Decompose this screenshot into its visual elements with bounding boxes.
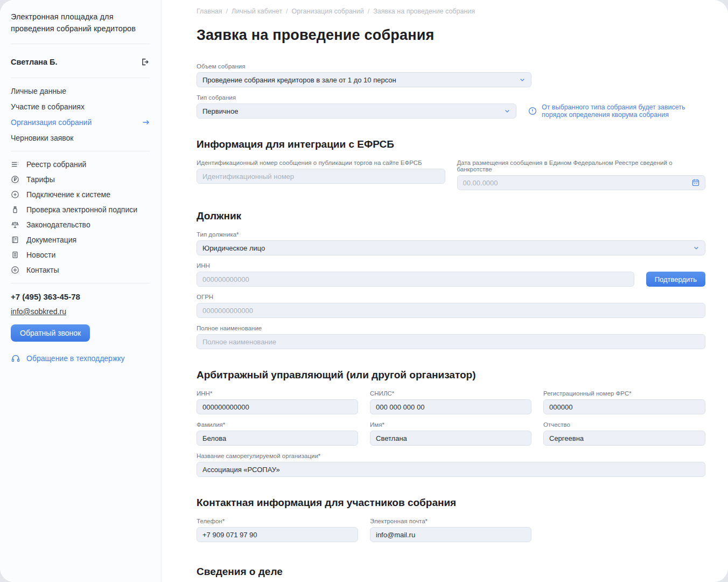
manager-row-2: Фамилия* Имя* Отчество <box>197 421 705 446</box>
manager-frs-group: Регистрационный номер ФРС* <box>543 390 705 414</box>
debtor-fullname-label: Полное наименование <box>197 325 705 331</box>
efrsb-row: Идентификационный номер сообщения о публ… <box>197 160 705 190</box>
sidebar-item-personal-data[interactable]: Личные данные <box>11 87 150 95</box>
manager-middlename-input[interactable] <box>543 431 705 446</box>
divider <box>11 283 150 283</box>
section-contacts-heading: Контактная информация для участников соб… <box>197 497 705 509</box>
support-email-link[interactable]: info@sobkred.ru <box>11 307 66 316</box>
app-card: Электронная площадка для проведения собр… <box>0 0 728 582</box>
callback-button[interactable]: Обратный звонок <box>11 324 90 342</box>
contact-phone-input[interactable] <box>197 527 358 542</box>
chevron-down-icon <box>693 245 699 251</box>
debtor-ogrn-input[interactable] <box>197 303 705 318</box>
sidebar-item-tariffs[interactable]: Тарифы <box>11 175 150 184</box>
contact-phone-group: Телефон* <box>197 518 358 542</box>
manager-sro-input[interactable] <box>197 462 705 477</box>
sidebar-item-drafts[interactable]: Черновики заявок <box>11 134 150 142</box>
sidebar-item-contacts[interactable]: Контакты <box>11 266 150 274</box>
sidebar-item-law[interactable]: Законодательство <box>11 220 150 229</box>
manager-lastname-group: Фамилия* <box>197 421 358 446</box>
debtor-type-select[interactable]: Юридическое лицо <box>197 240 705 255</box>
manager-firstname-input[interactable] <box>370 431 531 446</box>
manager-firstname-label: Имя* <box>370 421 531 428</box>
calendar-icon[interactable] <box>691 178 700 187</box>
main-content: Главная Личный кабинет Организация собра… <box>162 0 728 582</box>
debtor-fullname-group: Полное наименование <box>197 325 705 349</box>
meeting-type-group: Тип собрания Первичное От выбранного тип… <box>197 94 705 119</box>
chevron-down-icon <box>504 108 510 114</box>
divider <box>11 78 150 78</box>
contact-email-group: Электронная почта* <box>370 518 531 542</box>
contacts-icon <box>11 266 19 274</box>
chevron-down-icon <box>519 77 526 83</box>
meeting-type-label: Тип собрания <box>197 94 705 101</box>
manager-snils-label: СНИЛС* <box>370 390 531 397</box>
debtor-type-label: Тип должника* <box>197 231 705 238</box>
logout-button[interactable] <box>138 56 150 68</box>
manager-firstname-group: Имя* <box>370 421 531 446</box>
efrsb-date-group: Дата размещения сообщения в Едином Федер… <box>457 160 706 190</box>
meeting-type-select[interactable]: Первичное <box>197 103 516 119</box>
efrsb-id-input[interactable] <box>197 169 445 184</box>
section-case-heading: Сведения о деле <box>197 566 705 578</box>
efrsb-id-group: Идентификационный номер сообщения о публ… <box>197 160 445 190</box>
manager-lastname-label: Фамилия* <box>197 421 358 428</box>
manager-snils-group: СНИЛС* <box>370 390 531 414</box>
efrsb-date-input[interactable] <box>457 175 706 190</box>
user-row: Светлана Б. <box>11 53 150 69</box>
support-link[interactable]: Обращение в техподдержку <box>11 354 150 363</box>
support-phone: +7 (495) 363-45-78 <box>11 292 150 301</box>
manager-middlename-label: Отчество <box>543 421 705 428</box>
arrow-right-icon <box>142 118 150 127</box>
breadcrumb-cabinet[interactable]: Личный кабинет <box>232 8 288 15</box>
registry-icon <box>11 160 19 169</box>
debtor-inn-input[interactable] <box>197 272 634 287</box>
logout-icon <box>139 57 149 67</box>
manager-middlename-group: Отчество <box>543 421 705 446</box>
manager-lastname-input[interactable] <box>197 431 358 446</box>
debtor-fullname-input[interactable] <box>197 334 705 349</box>
section-efrsb-heading: Информация для интеграции с ЕФРСБ <box>197 138 705 150</box>
breadcrumb-current: Заявка на проведение собрания <box>373 8 475 15</box>
debtor-type-group: Тип должника* Юридическое лицо <box>197 231 705 255</box>
contact-email-input[interactable] <box>370 527 531 542</box>
meeting-volume-label: Объем собрания <box>197 63 705 70</box>
meeting-volume-select[interactable]: Проведение собрания кредиторов в зале от… <box>197 72 531 87</box>
meeting-type-hint: От выбранного типа собрания будет зависе… <box>528 103 705 119</box>
user-name: Светлана Б. <box>11 58 58 66</box>
divider <box>11 151 150 151</box>
sidebar-item-news[interactable]: Новости <box>11 251 150 259</box>
debtor-inn-label: ИНН <box>197 262 705 269</box>
info-icon <box>528 107 537 115</box>
sidebar-item-participation[interactable]: Участие в собраниях <box>11 102 150 111</box>
divider <box>11 44 150 44</box>
sidebar-item-documentation[interactable]: Документация <box>11 235 150 244</box>
sidebar: Электронная площадка для проведения собр… <box>0 0 162 582</box>
breadcrumb-organization[interactable]: Организация собраний <box>292 8 370 15</box>
efrsb-id-label: Идентификационный номер сообщения о публ… <box>197 160 445 166</box>
connect-icon <box>11 190 19 199</box>
page-title: Заявка на проведение собрания <box>197 27 705 44</box>
breadcrumb-home[interactable]: Главная <box>197 8 228 15</box>
sidebar-nav: Личные данные Участие в собраниях Органи… <box>11 87 150 142</box>
meeting-volume-group: Объем собрания Проведение собрания креди… <box>197 63 705 87</box>
manager-snils-input[interactable] <box>370 399 531 414</box>
manager-frs-input[interactable] <box>543 399 705 414</box>
section-debtor-heading: Должник <box>197 210 705 222</box>
debtor-ogrn-group: ОГРН <box>197 294 705 318</box>
sidebar-item-registry[interactable]: Реестр собраний <box>11 160 150 169</box>
manager-sro-label: Название саморегулируемой организации* <box>197 453 705 459</box>
news-icon <box>11 251 19 259</box>
manager-row-1: ИНН* СНИЛС* Регистрационный номер ФРС* <box>197 390 705 414</box>
sidebar-item-meeting-organization[interactable]: Организация собраний <box>11 118 150 127</box>
confirm-inn-button[interactable]: Подтвердить <box>646 272 705 287</box>
sidebar-item-connect[interactable]: Подключение к системе <box>11 190 150 199</box>
signature-check-icon <box>11 205 19 214</box>
law-icon <box>11 220 19 229</box>
debtor-ogrn-label: ОГРН <box>197 294 705 300</box>
manager-sro-group: Название саморегулируемой организации* <box>197 453 705 477</box>
manager-inn-label: ИНН* <box>197 390 358 397</box>
sidebar-item-signature-check[interactable]: Проверка электронной подписи <box>11 205 150 214</box>
efrsb-date-label: Дата размещения сообщения в Едином Федер… <box>457 160 706 172</box>
manager-inn-input[interactable] <box>197 399 358 414</box>
